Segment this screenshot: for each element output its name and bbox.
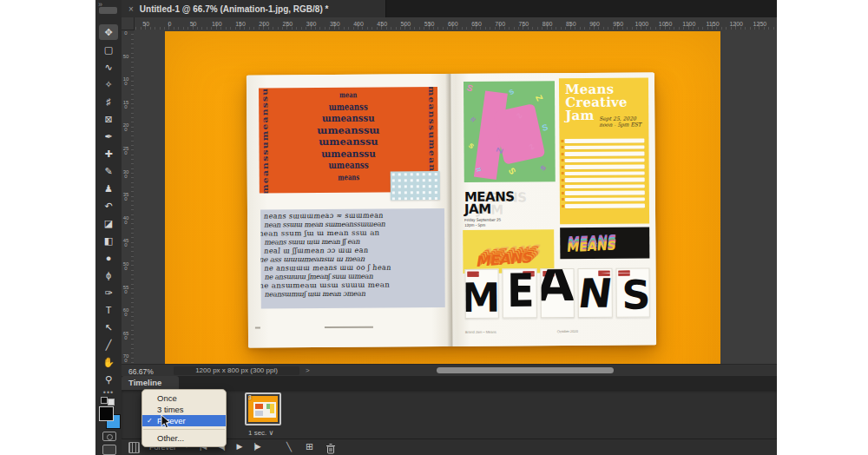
close-tab-icon[interactable]: × (128, 4, 134, 14)
v-ruler-label: 0 (122, 31, 129, 36)
brush-tool-icon[interactable]: ✎ (99, 163, 118, 179)
path-selection-tool-icon[interactable]: ↖ (99, 320, 118, 335)
h-ruler-label: 50 (190, 21, 197, 27)
event-info-panel: MeansCreativeJam Sept 25, 2020 noon - 5p… (559, 77, 649, 224)
delete-frame-icon[interactable] (326, 442, 335, 455)
event-text-line (564, 138, 644, 142)
left-page-number (255, 327, 260, 329)
document-title: Untitled-1 @ 66.7% (Animation-1.jpg, RGB… (140, 4, 329, 14)
poster-letter: S (621, 277, 650, 312)
means-3d-logo-block: MEANS (463, 229, 554, 274)
menu-item-once[interactable]: Once (142, 392, 226, 404)
history-brush-tool-icon[interactable]: ↶ (99, 198, 118, 214)
healing-brush-tool-icon[interactable]: ✚ (99, 146, 118, 162)
poster-letter: N (578, 276, 613, 311)
status-bar: 66.67% 1200 px x 800 px (300 ppi) > (122, 364, 777, 377)
frame-number: 3 (248, 394, 252, 400)
canvas-viewport[interactable]: meanssumeanssu meanssumeanssu meanɯmeans… (134, 30, 777, 364)
menu-item-3-times[interactable]: 3 times (142, 404, 226, 415)
new-frame-icon[interactable]: ⊞ (306, 441, 313, 452)
menu-item-other-[interactable]: Other... (142, 432, 226, 444)
eraser-tool-icon[interactable]: ◪ (99, 215, 118, 231)
frame-delay-select[interactable]: 1 sec. ∨ (248, 429, 273, 437)
status-chevron-icon[interactable]: > (306, 366, 310, 374)
v-ruler-label: 700 (122, 354, 129, 363)
edit-toolbar-icon[interactable]: ••• (95, 388, 122, 397)
default-bg-swatch (108, 399, 115, 406)
photoshop-window: » ✥▢∿✧♯⊠✒✚✎♟↶◪◧●ϕ✑T↖╱✋⚲ ••• × Untitled-1… (95, 0, 777, 455)
h-ruler-label: 100 (212, 21, 222, 27)
move-tool-icon[interactable]: ✥ (99, 24, 118, 40)
menu-separator (143, 429, 225, 430)
warp-text-row: ɯmeanss (277, 159, 420, 172)
poster-thumbnails-row: MEANS (464, 267, 649, 318)
warp-text-row: means (293, 172, 404, 182)
event-text-line (564, 145, 644, 149)
marquee-tool-icon[interactable]: ▢ (99, 42, 118, 57)
line-tool-icon[interactable]: ╱ (99, 337, 118, 353)
screen-mode-button[interactable] (102, 445, 116, 455)
crop-tool-icon[interactable]: ♯ (99, 94, 118, 109)
event-text-line (565, 158, 645, 162)
poster-letter: A (540, 268, 574, 305)
object-selection-tool-icon[interactable]: ✧ (99, 76, 118, 92)
hand-tool-icon[interactable]: ✋ (99, 354, 118, 370)
event-text-line (565, 203, 645, 208)
color-swatches[interactable] (99, 406, 120, 429)
foreground-color-swatch[interactable] (99, 406, 114, 421)
event-text-line (565, 184, 645, 188)
h-ruler-label: 300 (306, 21, 317, 27)
document-tab[interactable]: × Untitled-1 @ 66.7% (Animation-1.jpg, R… (122, 0, 386, 17)
v-ruler-label: 350 (122, 193, 129, 201)
h-ruler-label: 150 (235, 21, 246, 27)
type-tool-icon[interactable]: T (99, 302, 118, 318)
magazine-right-page: SsZ≈∿SsZ∿≈Ss MeansCreativeJam Sept 25, 2… (450, 72, 656, 346)
frame-tool-icon[interactable]: ⊠ (99, 111, 118, 127)
quick-mask-button[interactable] (102, 432, 116, 441)
checkmark-icon: ✓ (147, 415, 153, 426)
timeline-tab[interactable]: Timeline (122, 376, 179, 390)
frame-thumbnail (248, 396, 278, 422)
event-text-line (565, 197, 645, 201)
zoom-level-field[interactable]: 66.67% (128, 367, 154, 376)
tool-strip: » ✥▢∿✧♯⊠✒✚✎♟↶◪◧●ϕ✑T↖╱✋⚲ ••• (95, 0, 122, 455)
tween-icon[interactable]: ╲ (286, 442, 292, 452)
zoom-tool-icon[interactable]: ⚲ (99, 372, 118, 387)
warped-text-rows: meanɯmeanssɯmeanssuɯmeanssɯɯmeanssuɯmean… (259, 89, 438, 183)
v-ruler-label: 50 (122, 55, 129, 59)
squiggle-glyph: s (507, 86, 516, 96)
magazine-spread: meanssumeanssu meanssumeanssu meanɯmeans… (247, 72, 656, 347)
warp-text-row: ɯmeanssu (259, 135, 438, 148)
play-button[interactable]: ▶ (237, 442, 242, 451)
menu-item-forever[interactable]: Forever✓ (142, 415, 226, 426)
blur-tool-icon[interactable]: ● (99, 250, 118, 266)
event-text-line (565, 177, 645, 181)
h-ruler-label: 850 (566, 21, 576, 27)
toolbar-handle[interactable] (99, 7, 117, 14)
vertical-ruler[interactable]: 0501001502002503003504004505005506006507… (122, 30, 135, 364)
horizontal-scrollbar[interactable] (437, 367, 614, 373)
timeline-tab-row: Timeline (122, 376, 777, 390)
animation-frame-3[interactable]: 31 sec. ∨ (245, 392, 281, 425)
convert-to-video-timeline-icon[interactable] (128, 442, 140, 453)
h-ruler-label: 0 (168, 21, 171, 27)
h-ruler-label: 550 (424, 21, 435, 27)
poster-card: A (540, 268, 575, 318)
next-frame-button[interactable]: |▶ (253, 442, 260, 451)
gradient-tool-icon[interactable]: ◧ (99, 233, 118, 248)
pen-tool-icon[interactable]: ✑ (99, 285, 118, 300)
warp-text-row: ɯmeanssu (264, 148, 434, 161)
default-swatches-icon[interactable] (101, 397, 116, 405)
document-canvas[interactable]: meanssumeanssu meanssumeanssu meanɯmeans… (165, 31, 720, 364)
poster-letter: M (464, 280, 499, 315)
h-ruler-label: 700 (495, 21, 505, 27)
dodge-tool-icon[interactable]: ϕ (99, 267, 118, 283)
eyedropper-tool-icon[interactable]: ✒ (99, 129, 118, 144)
horizontal-ruler[interactable]: 1005005010015020025030035040045050055060… (122, 17, 777, 30)
event-text-line (565, 164, 645, 168)
h-ruler-label: 1150 (706, 21, 719, 27)
lasso-tool-icon[interactable]: ∿ (99, 59, 118, 75)
h-ruler-label: 1100 (682, 21, 695, 27)
clone-stamp-tool-icon[interactable]: ♟ (99, 181, 118, 196)
warp-text-row: neansɯmɯʃ ɯɯ mean ɔmean (264, 289, 444, 299)
